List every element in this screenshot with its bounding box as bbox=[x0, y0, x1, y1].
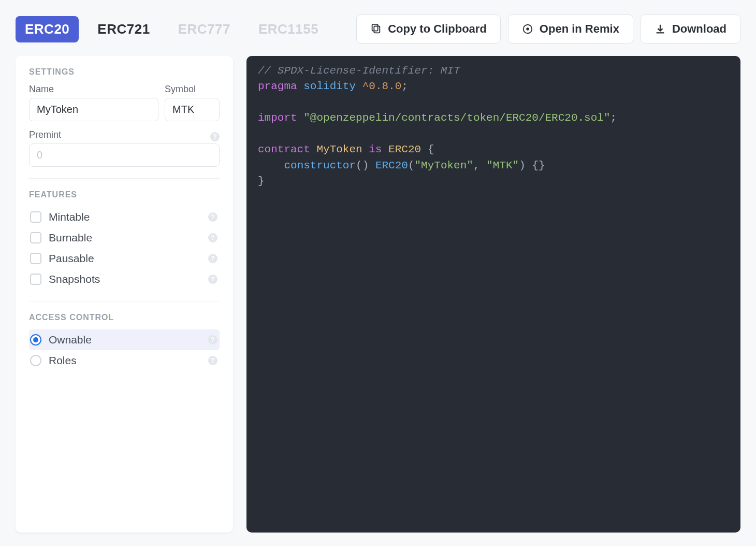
help-icon[interactable]: ? bbox=[208, 335, 217, 344]
access-label: Ownable bbox=[49, 334, 92, 346]
download-button[interactable]: Download bbox=[641, 15, 740, 44]
feature-mintable[interactable]: Mintable ? bbox=[29, 207, 220, 227]
access-roles[interactable]: Roles ? bbox=[29, 350, 220, 371]
open-in-remix-button[interactable]: Open in Remix bbox=[508, 15, 633, 44]
svg-point-3 bbox=[526, 27, 529, 31]
code-license-comment: // SPDX-License-Identifier: MIT bbox=[258, 65, 460, 77]
symbol-input[interactable] bbox=[165, 98, 220, 121]
download-icon bbox=[655, 23, 666, 35]
help-icon[interactable]: ? bbox=[208, 254, 217, 263]
code-semi: ; bbox=[610, 112, 617, 124]
code-erc20-call: ERC20 bbox=[375, 160, 408, 171]
feature-snapshots[interactable]: Snapshots ? bbox=[29, 269, 220, 290]
tab-erc777: ERC777 bbox=[169, 16, 240, 42]
code-contract-kw: contract bbox=[258, 143, 310, 155]
remix-icon bbox=[522, 23, 533, 35]
copy-to-clipboard-button[interactable]: Copy to Clipboard bbox=[356, 15, 501, 44]
code-parens: () bbox=[356, 160, 369, 171]
help-icon[interactable]: ? bbox=[208, 275, 217, 284]
code-semi: ; bbox=[401, 80, 408, 92]
access-control-heading: ACCESS CONTROL bbox=[29, 313, 220, 322]
access-ownable[interactable]: Ownable ? bbox=[29, 329, 220, 350]
topbar: ERC20 ERC721 ERC777 ERC1155 Copy to Clip… bbox=[16, 15, 740, 44]
tab-erc721[interactable]: ERC721 bbox=[88, 16, 159, 42]
checkbox-icon bbox=[30, 211, 41, 223]
code-paren-close: ) bbox=[519, 160, 526, 171]
divider bbox=[29, 178, 220, 179]
wizard-app: ERC20 ERC721 ERC777 ERC1155 Copy to Clip… bbox=[0, 0, 756, 546]
checkbox-icon bbox=[30, 232, 41, 243]
download-label: Download bbox=[672, 22, 726, 36]
name-symbol-row: Name Symbol bbox=[29, 84, 220, 121]
feature-label: Burnable bbox=[49, 232, 92, 244]
action-buttons: Copy to Clipboard Open in Remix Download bbox=[356, 15, 740, 44]
divider bbox=[29, 301, 220, 301]
name-label: Name bbox=[29, 84, 158, 95]
feature-pausable[interactable]: Pausable ? bbox=[29, 248, 220, 269]
feature-label: Pausable bbox=[49, 252, 94, 265]
help-icon[interactable]: ? bbox=[208, 356, 217, 365]
code-arg-comma: , bbox=[473, 160, 486, 171]
svg-rect-0 bbox=[374, 26, 380, 33]
access-label: Roles bbox=[49, 354, 77, 367]
code-import-path: "@openzeppelin/contracts/token/ERC20/ERC… bbox=[303, 112, 610, 124]
feature-label: Mintable bbox=[49, 211, 90, 223]
copy-label: Copy to Clipboard bbox=[388, 22, 487, 36]
settings-sidebar: SETTINGS Name Symbol Premint ? bbox=[16, 56, 233, 533]
help-icon[interactable]: ? bbox=[210, 132, 220, 141]
code-solidity-kw: solidity bbox=[303, 80, 356, 92]
remix-label: Open in Remix bbox=[540, 22, 619, 36]
content-row: SETTINGS Name Symbol Premint ? bbox=[16, 56, 740, 533]
code-contract-name: MyToken bbox=[316, 143, 362, 155]
tab-erc1155: ERC1155 bbox=[249, 16, 328, 42]
clipboard-icon bbox=[370, 23, 382, 35]
tab-erc20[interactable]: ERC20 bbox=[16, 16, 79, 42]
checkbox-icon bbox=[30, 253, 41, 264]
code-import-kw: import bbox=[258, 112, 297, 124]
code-empty-body: {} bbox=[532, 160, 545, 171]
code-brace-close: } bbox=[258, 175, 265, 187]
feature-burnable[interactable]: Burnable ? bbox=[29, 227, 220, 248]
code-arg1: "MyToken" bbox=[415, 160, 473, 171]
help-icon[interactable]: ? bbox=[208, 212, 217, 222]
premint-label: Premint bbox=[29, 130, 61, 140]
premint-input[interactable] bbox=[29, 143, 220, 167]
code-constructor-kw: constructor bbox=[284, 160, 356, 171]
settings-heading: SETTINGS bbox=[29, 67, 220, 77]
feature-label: Snapshots bbox=[49, 273, 100, 285]
code-pragma-kw: pragma bbox=[258, 80, 297, 92]
premint-field: Premint ? bbox=[29, 130, 220, 167]
name-field: Name bbox=[29, 84, 158, 121]
code-output: // SPDX-License-Identifier: MIT pragma s… bbox=[246, 56, 740, 533]
help-icon[interactable]: ? bbox=[208, 233, 217, 242]
radio-icon bbox=[30, 355, 41, 366]
code-brace-open: { bbox=[428, 143, 434, 155]
svg-rect-1 bbox=[372, 24, 378, 31]
features-heading: FEATURES bbox=[29, 190, 220, 199]
code-paren-open: ( bbox=[408, 160, 415, 171]
code-base-name: ERC20 bbox=[388, 143, 421, 155]
symbol-field: Symbol bbox=[165, 84, 220, 121]
name-input[interactable] bbox=[29, 98, 158, 121]
code-is-kw: is bbox=[369, 143, 382, 155]
radio-icon bbox=[30, 334, 41, 346]
symbol-label: Symbol bbox=[165, 84, 220, 95]
token-standard-tabs: ERC20 ERC721 ERC777 ERC1155 bbox=[16, 16, 328, 42]
code-version: ^0.8.0 bbox=[362, 80, 402, 92]
checkbox-icon bbox=[30, 274, 41, 285]
code-arg2: "MTK" bbox=[486, 160, 519, 171]
